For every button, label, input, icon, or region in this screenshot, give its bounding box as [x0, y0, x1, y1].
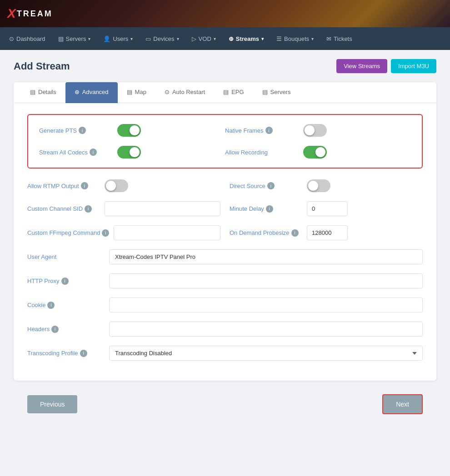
native-frames-info-icon[interactable]: i: [265, 127, 273, 134]
form-row-channel-sid: Custom Channel SID i Minute Delay i: [27, 201, 423, 216]
direct-source-label: Direct Source: [230, 183, 265, 189]
generate-pts-thumb: [130, 125, 140, 135]
auto-restart-tab-icon: ⊙: [165, 89, 170, 95]
nav-tickets[interactable]: ✉ Tickets: [321, 32, 358, 46]
view-streams-button[interactable]: View Streams: [336, 59, 387, 73]
minute-delay-info-icon[interactable]: i: [266, 205, 273, 213]
custom-channel-sid-info-icon[interactable]: i: [85, 205, 92, 213]
allow-recording-label: Allow Recording: [225, 149, 268, 156]
header-buttons: View Streams Import M3U: [336, 59, 436, 73]
custom-channel-sid-input[interactable]: [105, 201, 220, 216]
allow-rtmp-thumb: [106, 181, 116, 191]
stream-all-codecs-label: Stream All Codecs: [39, 149, 88, 156]
user-agent-input[interactable]: [109, 249, 423, 264]
generate-pts-toggle[interactable]: [117, 124, 141, 137]
headers-label: Headers: [27, 326, 50, 332]
nav-users[interactable]: 👤 Users ▾: [98, 32, 138, 46]
nav-servers[interactable]: ▤ Servers ▾: [53, 32, 96, 46]
toggle-row-stream-all-codecs: Stream All Codecs i Allow Recording: [39, 146, 411, 159]
nav-users-label: Users: [113, 35, 128, 42]
form-col-direct-source: Direct Source i: [230, 179, 423, 192]
map-tab-icon: ▤: [127, 89, 132, 95]
headers-info-icon[interactable]: i: [51, 326, 59, 333]
toggle-row-generate-pts: Generate PTS i Native Frames i: [39, 124, 411, 137]
custom-ffmpeg-input[interactable]: [114, 225, 220, 240]
allow-recording-toggle[interactable]: [303, 146, 327, 159]
form-row-headers: Headers i: [27, 322, 423, 337]
form-col-probesize: On Demand Probesize i: [230, 225, 423, 240]
tab-details-label: Details: [38, 89, 56, 95]
bouquets-icon: ☰: [276, 35, 282, 42]
native-frames-toggle[interactable]: [303, 124, 327, 137]
allow-rtmp-info-icon[interactable]: i: [81, 182, 88, 189]
tab-details[interactable]: ▤ Details: [21, 82, 65, 103]
generate-pts-info-icon[interactable]: i: [79, 127, 86, 134]
custom-ffmpeg-info-icon[interactable]: i: [102, 229, 109, 237]
page-header: Add Stream View Streams Import M3U: [14, 59, 436, 73]
tab-map[interactable]: ▤ Map: [118, 82, 155, 103]
minute-delay-input[interactable]: [307, 201, 348, 216]
tab-auto-restart[interactable]: ⊙ Auto Restart: [155, 82, 214, 103]
user-agent-label: User Agent: [27, 253, 56, 260]
cookie-info-icon[interactable]: i: [47, 302, 55, 309]
page-content: Add Stream View Streams Import M3U ▤ Det…: [0, 50, 450, 432]
toggle-col-allow-recording: Allow Recording: [225, 146, 411, 159]
servers-icon: ▤: [58, 35, 64, 42]
main-card: ▤ Details ⊕ Advanced ▤ Map ⊙ Auto Restar…: [14, 82, 436, 381]
tab-advanced[interactable]: ⊕ Advanced: [65, 82, 118, 103]
transcoding-profile-select[interactable]: Transcoding Disabled Profile 1 Profile 2: [109, 346, 423, 361]
vod-icon: ▷: [192, 35, 196, 42]
headers-input[interactable]: [109, 322, 423, 337]
previous-button[interactable]: Previous: [27, 395, 77, 413]
stream-all-codecs-toggle[interactable]: [117, 146, 141, 159]
nav-streams[interactable]: ⊕ Streams ▾: [223, 32, 269, 46]
form-col-channel-sid: Custom Channel SID i: [27, 201, 220, 216]
details-tab-icon: ▤: [30, 89, 35, 95]
generate-pts-label: Generate PTS: [39, 127, 77, 134]
import-m3u-button[interactable]: Import M3U: [391, 59, 436, 73]
form-row-user-agent: User Agent: [27, 249, 423, 264]
servers-tab-icon: ▤: [262, 89, 268, 95]
on-demand-probesize-input[interactable]: [307, 225, 348, 240]
transcoding-profile-info-icon[interactable]: i: [80, 350, 87, 357]
bouquets-arrow-icon: ▾: [311, 36, 314, 41]
stream-all-codecs-info-icon[interactable]: i: [90, 149, 97, 156]
dashboard-icon: ⊙: [9, 35, 14, 42]
on-demand-probesize-info-icon[interactable]: i: [291, 229, 299, 237]
toggle-col-native-frames: Native Frames i: [225, 124, 411, 137]
direct-source-track: [307, 179, 330, 192]
stream-all-codecs-track: [117, 146, 141, 159]
nav-vod[interactable]: ▷ VOD ▾: [186, 32, 221, 46]
nav-dashboard[interactable]: ⊙ Dashboard: [4, 32, 51, 46]
nav-streams-label: Streams: [236, 35, 259, 42]
toggle-col-stream-all-codecs: Stream All Codecs i: [39, 146, 225, 159]
logo: X TREAM: [7, 6, 53, 21]
stream-all-codecs-thumb: [130, 147, 140, 157]
form-col-ffmpeg: Custom FFmpeg Command i: [27, 225, 220, 240]
nav-devices[interactable]: ▭ Devices ▾: [140, 32, 184, 46]
toggle-col-generate-pts: Generate PTS i: [39, 124, 225, 137]
native-frames-thumb: [305, 125, 315, 135]
nav-vod-label: VOD: [199, 35, 211, 42]
nav-bouquets[interactable]: ☰ Bouquets ▾: [271, 32, 319, 46]
http-proxy-input[interactable]: [109, 273, 423, 288]
allow-rtmp-toggle[interactable]: [105, 179, 128, 192]
http-proxy-label: HTTP Proxy: [27, 278, 60, 284]
tab-epg[interactable]: ▤ EPG: [214, 82, 253, 103]
form-col-minute-delay: Minute Delay i: [230, 201, 423, 216]
allow-recording-thumb: [315, 147, 325, 157]
nav-servers-label: Servers: [66, 35, 86, 42]
direct-source-info-icon[interactable]: i: [267, 182, 275, 189]
tab-servers[interactable]: ▤ Servers: [253, 82, 300, 103]
on-demand-probesize-label: On Demand Probesize: [230, 229, 290, 236]
cookie-input[interactable]: [109, 298, 423, 312]
tab-epg-label: EPG: [231, 89, 244, 95]
nav-tickets-label: Tickets: [334, 35, 352, 42]
allow-recording-track: [303, 146, 327, 159]
http-proxy-info-icon[interactable]: i: [61, 278, 69, 285]
nav-devices-label: Devices: [153, 35, 174, 42]
direct-source-toggle[interactable]: [307, 179, 330, 192]
form-row-ffmpeg: Custom FFmpeg Command i On Demand Probes…: [27, 225, 423, 240]
next-button[interactable]: Next: [382, 394, 423, 414]
form-col-rtmp: Allow RTMP Output i: [27, 179, 220, 192]
